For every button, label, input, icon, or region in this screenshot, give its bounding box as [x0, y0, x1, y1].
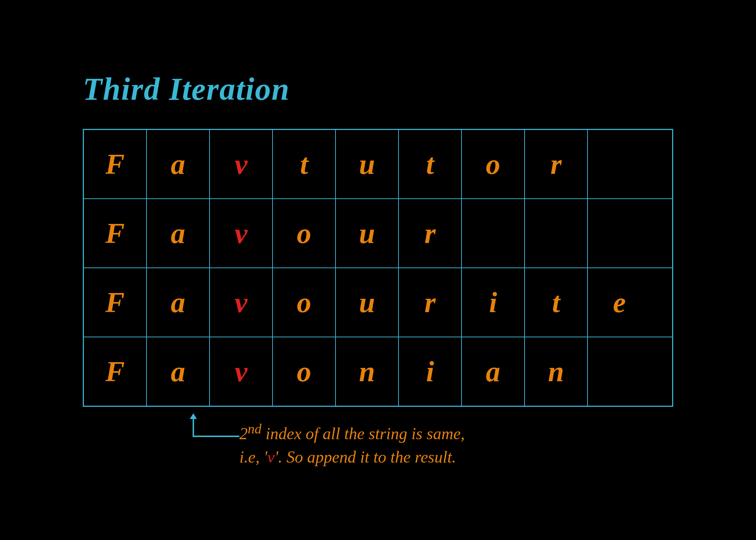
cell-2-0: F — [84, 268, 147, 337]
cell-1-3: o — [273, 199, 336, 267]
annotation-text: 2nd index of all the string is same, i.e… — [239, 419, 465, 469]
cell-2-3: o — [273, 268, 336, 337]
cell-0-8 — [588, 130, 651, 198]
cell-1-0: F — [84, 199, 147, 267]
grid-row-0: Favtutor — [84, 130, 672, 199]
cell-3-5: i — [399, 337, 462, 406]
cell-3-8 — [588, 337, 651, 406]
cell-1-4: u — [336, 199, 399, 267]
annotation-area: 2nd index of all the string is same, i.e… — [83, 418, 673, 469]
cell-0-1: a — [147, 130, 210, 198]
cell-2-8: e — [588, 268, 651, 337]
corner-vertical-line — [193, 418, 194, 436]
grid-row-1: Favour — [84, 199, 672, 268]
corner-horizontal-line — [193, 436, 239, 437]
grid-row-3: Favonian — [84, 337, 672, 406]
page-title: Third Iteration — [83, 71, 673, 107]
cell-2-4: u — [336, 268, 399, 337]
cell-0-4: u — [336, 130, 399, 198]
cell-1-1: a — [147, 199, 210, 267]
cell-0-5: t — [399, 130, 462, 198]
cell-3-2: v — [210, 337, 273, 406]
h-line — [193, 436, 239, 437]
cell-0-3: t — [273, 130, 336, 198]
arrow-corner — [193, 418, 239, 437]
annotation-line2: i.e, 'v'. So append it to the result. — [239, 446, 465, 469]
cell-1-5: r — [399, 199, 462, 267]
cell-1-7 — [525, 199, 588, 267]
cell-2-1: a — [147, 268, 210, 337]
cell-0-7: r — [525, 130, 588, 198]
cell-0-6: o — [462, 130, 525, 198]
grid-row-2: Favourite — [84, 268, 672, 337]
cell-2-5: r — [399, 268, 462, 337]
cell-3-0: F — [84, 337, 147, 406]
cell-3-7: n — [525, 337, 588, 406]
main-container: Third Iteration FavtutorFavourFavouriteF… — [54, 49, 702, 490]
cell-3-4: n — [336, 337, 399, 406]
cell-1-8 — [588, 199, 651, 267]
cell-3-1: a — [147, 337, 210, 406]
cell-2-6: i — [462, 268, 525, 337]
cell-1-2: v — [210, 199, 273, 267]
cell-1-6 — [462, 199, 525, 267]
highlight-char: v — [267, 448, 275, 466]
grid-table: FavtutorFavourFavouriteFavonian — [83, 129, 673, 407]
cell-3-6: a — [462, 337, 525, 406]
cell-2-7: t — [525, 268, 588, 337]
annotation-line1: 2nd index of all the string is same, — [239, 419, 465, 446]
cell-2-2: v — [210, 268, 273, 337]
cell-3-3: o — [273, 337, 336, 406]
cell-0-0: F — [84, 130, 147, 198]
cell-0-2: v — [210, 130, 273, 198]
